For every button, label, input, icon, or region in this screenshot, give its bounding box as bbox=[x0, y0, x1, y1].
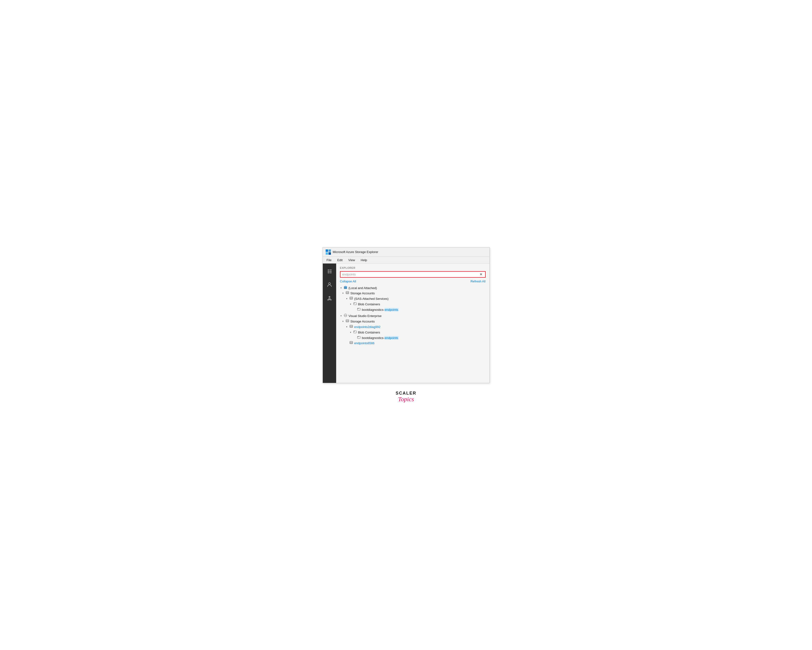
svg-rect-33 bbox=[346, 320, 349, 322]
svg-point-32 bbox=[344, 314, 347, 317]
svg-rect-3 bbox=[328, 252, 331, 255]
icon-e6586 bbox=[349, 341, 353, 346]
highlight-bootdiag-1: endpoints bbox=[385, 308, 398, 311]
explorer-label: EXPLORER bbox=[340, 266, 485, 269]
branding-scaler: SCALER bbox=[395, 391, 417, 396]
icon-vs bbox=[343, 314, 348, 319]
label-storage-2: Storage Accounts bbox=[351, 319, 375, 324]
label-blob-1: Blob Containers bbox=[358, 302, 380, 307]
branding: SCALER Topics bbox=[395, 391, 417, 403]
tree-item-bootdiag-2[interactable]: bootdiagnostics-endpoints bbox=[340, 336, 485, 341]
search-box: ✕ bbox=[340, 271, 485, 278]
arrow-vs: ▼ bbox=[340, 314, 342, 318]
label-bootdiag-1: bootdiagnostics-endpoints bbox=[362, 307, 398, 313]
icon-bootdiag-1 bbox=[357, 307, 361, 313]
icon-e2d bbox=[349, 325, 353, 330]
svg-rect-0 bbox=[326, 249, 328, 252]
label-bootdiag-2: bootdiagnostics-endpoints bbox=[362, 336, 398, 341]
arrow-e2d: ▼ bbox=[346, 326, 348, 329]
label-sas: (SAS-Attached Services) bbox=[354, 296, 389, 302]
svg-point-8 bbox=[328, 272, 329, 273]
tree-item-visual-studio[interactable]: ▼ Visual Studio Enterprise bbox=[340, 313, 485, 319]
tree-item-blob-1[interactable]: ▼ Blob Containers bbox=[340, 302, 485, 307]
svg-rect-42 bbox=[354, 331, 355, 331]
sidebar-account-button[interactable] bbox=[325, 280, 334, 289]
svg-point-6 bbox=[328, 271, 329, 272]
menu-edit[interactable]: Edit bbox=[336, 258, 343, 262]
icon-bootdiag-2 bbox=[357, 336, 361, 341]
icon-local-attached bbox=[343, 286, 348, 291]
title-bar: Microsoft Azure Storage Explorer bbox=[323, 247, 490, 257]
menu-file[interactable]: File bbox=[326, 258, 333, 262]
svg-point-16 bbox=[330, 299, 331, 300]
sidebar bbox=[323, 264, 336, 383]
svg-point-15 bbox=[328, 299, 328, 300]
svg-rect-20 bbox=[346, 291, 349, 294]
svg-rect-37 bbox=[350, 325, 353, 328]
app-title: Microsoft Azure Storage Explorer bbox=[333, 250, 379, 254]
icon-blob-2 bbox=[353, 330, 357, 335]
collapse-all-link[interactable]: Collapse All bbox=[340, 279, 356, 283]
branding-topics: Topics bbox=[395, 396, 417, 403]
refresh-all-link[interactable]: Refresh All bbox=[470, 279, 485, 283]
label-local-attached: (Local and Attached) bbox=[349, 286, 377, 291]
search-clear-button[interactable]: ✕ bbox=[479, 273, 483, 276]
sidebar-explorer-button[interactable] bbox=[325, 266, 334, 276]
svg-point-11 bbox=[329, 298, 330, 299]
arrow-blob-2: ▼ bbox=[350, 331, 352, 334]
tree-item-endpoints2diag992[interactable]: ▼ endpoints2diag992 bbox=[340, 324, 485, 330]
icon-storage-2 bbox=[345, 319, 350, 324]
svg-rect-1 bbox=[328, 249, 331, 252]
tree: ▼ (Local and Attached) ▼ bbox=[340, 285, 485, 346]
arrow-local-attached: ▼ bbox=[340, 287, 342, 290]
svg-point-4 bbox=[328, 270, 329, 270]
app-window: Microsoft Azure Storage Explorer File Ed… bbox=[322, 247, 490, 383]
label-vs: Visual Studio Enterprise bbox=[349, 314, 382, 319]
explorer-panel: EXPLORER ✕ Collapse All Refresh All ▼ bbox=[336, 264, 490, 383]
sidebar-connect-button[interactable] bbox=[325, 293, 334, 303]
tree-item-blob-2[interactable]: ▼ Blob Containers bbox=[340, 330, 485, 336]
arrow-blob-1: ▼ bbox=[350, 303, 352, 306]
main-content: EXPLORER ✕ Collapse All Refresh All ▼ bbox=[323, 264, 490, 383]
icon-blob-1 bbox=[353, 302, 357, 307]
svg-rect-24 bbox=[350, 297, 353, 299]
svg-rect-19 bbox=[345, 286, 346, 287]
app-icon bbox=[326, 249, 331, 255]
arrow-bootdiag-1 bbox=[353, 308, 356, 311]
arrow-storage-2: ▼ bbox=[342, 320, 344, 323]
arrow-storage-1: ▼ bbox=[342, 292, 344, 295]
tree-item-endpoints6586[interactable]: endpoints6586 bbox=[340, 341, 485, 346]
icon-sas bbox=[349, 296, 353, 302]
svg-rect-44 bbox=[357, 336, 359, 337]
label-e6586: endpoints6586 bbox=[354, 341, 375, 346]
label-blob-2: Blob Containers bbox=[358, 330, 380, 335]
actions-row: Collapse All Refresh All bbox=[340, 279, 485, 283]
menu-view[interactable]: View bbox=[347, 258, 356, 262]
icon-storage-1 bbox=[345, 291, 350, 296]
label-e2d: endpoints2diag992 bbox=[354, 325, 380, 330]
label-storage-1: Storage Accounts bbox=[351, 291, 375, 296]
tree-item-storage-accounts-1[interactable]: ▼ Storage Accounts bbox=[340, 291, 485, 296]
tree-item-storage-accounts-2[interactable]: ▼ Storage Accounts bbox=[340, 319, 485, 324]
svg-rect-45 bbox=[350, 341, 353, 344]
menu-bar: File Edit View Help bbox=[323, 257, 490, 264]
tree-item-local-attached[interactable]: ▼ (Local and Attached) bbox=[340, 285, 485, 291]
svg-rect-2 bbox=[326, 252, 328, 255]
tree-item-sas-attached[interactable]: ▼ (SAS-Attached Services) bbox=[340, 296, 485, 302]
svg-point-10 bbox=[328, 282, 330, 285]
svg-rect-31 bbox=[357, 308, 359, 309]
svg-rect-29 bbox=[354, 303, 355, 304]
arrow-sas: ▼ bbox=[346, 298, 348, 301]
highlight-bootdiag-2: endpoints bbox=[385, 336, 398, 340]
menu-help[interactable]: Help bbox=[360, 258, 368, 262]
search-input[interactable] bbox=[342, 273, 479, 276]
arrow-e6586 bbox=[346, 342, 348, 345]
tree-item-bootdiag-1[interactable]: bootdiagnostics-endpoints bbox=[340, 307, 485, 313]
arrow-bootdiag-2 bbox=[353, 337, 356, 340]
